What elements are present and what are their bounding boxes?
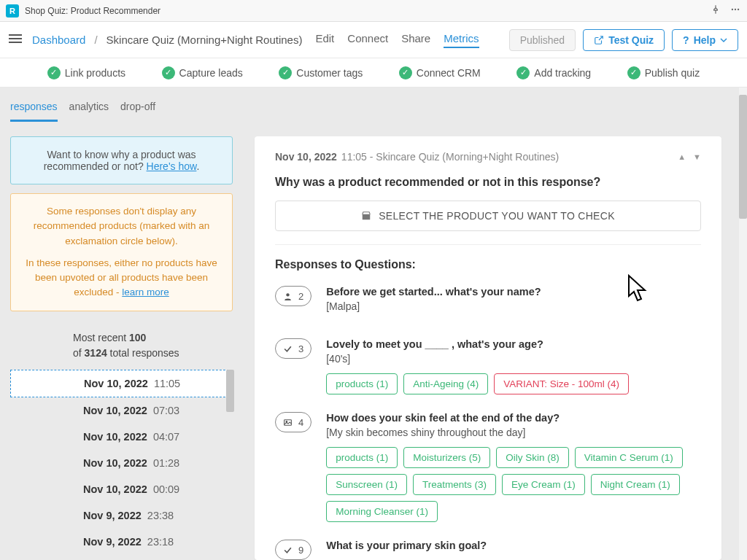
response-item[interactable]: Nov 10, 202204:07 xyxy=(10,424,233,450)
tag-row: products (1)Moisturizers (5)Oily Skin (8… xyxy=(326,447,701,522)
svg-point-0 xyxy=(732,9,733,10)
question-content: How does your skin feel at the end of th… xyxy=(326,412,701,522)
divider xyxy=(275,244,701,245)
question-type-icon xyxy=(283,418,293,427)
subtab-analytics[interactable]: analytics xyxy=(69,101,109,122)
topbar-links: EditConnectShareMetrics xyxy=(315,32,479,48)
checklist-item[interactable]: ✓Customer tags xyxy=(279,66,363,79)
detail-header-date: Nov 10, 2022 xyxy=(275,151,337,163)
response-time: 04:07 xyxy=(153,431,179,443)
checklist-label: Connect CRM xyxy=(417,67,481,79)
detail-header-rest: 11:05 - Skincare Quiz (Morning+Night Rou… xyxy=(341,151,559,163)
next-response-icon[interactable]: ▼ xyxy=(693,152,701,161)
tag[interactable]: Vitamin C Serum (1) xyxy=(575,447,683,468)
shop-icon xyxy=(361,211,371,221)
topbar-link-edit[interactable]: Edit xyxy=(315,32,334,48)
question-number: 4 xyxy=(298,417,303,428)
checklist-label: Link products xyxy=(65,67,125,79)
pin-icon[interactable] xyxy=(711,4,721,17)
tag[interactable]: VARIANT: Size - 100ml (4) xyxy=(494,373,629,394)
question-badge: 4 xyxy=(275,412,311,432)
question-text: Before we get started... what's your nam… xyxy=(326,286,701,298)
list-header: Most recent 100 of 3124 total responses xyxy=(10,324,233,370)
main-scrollbar-thumb[interactable] xyxy=(739,95,747,219)
tag[interactable]: Eye Cream (1) xyxy=(502,474,585,495)
question-content: Lovely to meet you ____ , what's your ag… xyxy=(326,338,701,394)
content: responsesanalyticsdrop-off Want to know … xyxy=(0,88,747,560)
response-item[interactable]: Nov 10, 202200:09 xyxy=(10,476,233,502)
tag[interactable]: products (1) xyxy=(326,373,398,394)
question-row: 4How does your skin feel at the end of t… xyxy=(275,412,701,522)
titlebar: R Shop Quiz: Product Recommender xyxy=(0,0,747,22)
detail-title: Why was a product recommended or not in … xyxy=(275,176,701,189)
response-time: 01:28 xyxy=(153,457,179,469)
question-text: What is your primary skin goal? xyxy=(326,540,701,551)
detail-header: Nov 10, 2022 11:05 - Skincare Quiz (Morn… xyxy=(275,151,701,163)
help-label: Help xyxy=(694,34,716,46)
list-scrollbar[interactable] xyxy=(226,370,234,412)
response-date: Nov 10, 2022 xyxy=(83,405,147,416)
check-icon: ✓ xyxy=(399,66,412,79)
info-orange-link[interactable]: learn more xyxy=(122,287,169,298)
hamburger-icon[interactable] xyxy=(9,34,22,46)
response-item[interactable]: Nov 10, 202201:28 xyxy=(10,450,233,476)
app-title: Shop Quiz: Product Recommender xyxy=(25,6,711,16)
question-badge: 3 xyxy=(275,338,311,359)
question-answer: [My skin becomes shiny throughout the da… xyxy=(326,427,701,438)
question-content: What is your primary skin goal? xyxy=(326,540,701,560)
info-box-blue: Want to know why a product was recommend… xyxy=(10,136,233,184)
response-date: Nov 10, 2022 xyxy=(84,378,148,389)
select-product-button[interactable]: SELECT THE PRODUCT YOU WANT TO CHECK xyxy=(275,201,701,231)
check-icon: ✓ xyxy=(47,66,61,79)
question-number: 9 xyxy=(298,545,303,556)
published-button[interactable]: Published xyxy=(509,29,576,51)
tag[interactable]: Moisturizers (5) xyxy=(403,447,490,468)
response-item[interactable]: Nov 10, 202207:03 xyxy=(10,397,233,424)
question-text: Lovely to meet you ____ , what's your ag… xyxy=(326,338,701,350)
checklist-label: Publish quiz xyxy=(645,67,700,79)
tag[interactable]: Oily Skin (8) xyxy=(496,447,569,468)
main-scrollbar-track[interactable] xyxy=(739,88,747,560)
subtab-responses[interactable]: responses xyxy=(10,101,58,122)
question-type-icon xyxy=(283,545,293,555)
prev-response-icon[interactable]: ▲ xyxy=(678,152,686,161)
question-text: How does your skin feel at the end of th… xyxy=(326,412,701,424)
response-date: Nov 9, 2022 xyxy=(83,536,142,548)
tag[interactable]: Morning Cleanser (1) xyxy=(326,501,438,522)
topbar-link-connect[interactable]: Connect xyxy=(347,32,388,48)
response-item[interactable]: Nov 9, 202223:38 xyxy=(10,502,233,529)
question-badge: 2 xyxy=(275,286,311,306)
test-quiz-button[interactable]: Test Quiz xyxy=(583,29,665,51)
more-icon[interactable] xyxy=(729,4,741,17)
question-icon: ? xyxy=(683,34,689,46)
tag[interactable]: Anti-Ageing (4) xyxy=(403,373,488,394)
tag[interactable]: Treatments (3) xyxy=(413,474,496,495)
help-button[interactable]: ? Help xyxy=(672,29,738,51)
subtab-drop-off[interactable]: drop-off xyxy=(120,101,155,122)
tag[interactable]: Night Cream (1) xyxy=(591,474,680,495)
tag[interactable]: Sunscreen (1) xyxy=(326,474,407,495)
checklist-item[interactable]: ✓Link products xyxy=(47,66,125,79)
info-blue-link[interactable]: Here's how xyxy=(147,160,197,172)
response-date: Nov 9, 2022 xyxy=(83,510,142,521)
response-item[interactable]: Nov 10, 202211:05 xyxy=(10,370,233,397)
topbar-link-metrics[interactable]: Metrics xyxy=(444,32,479,48)
breadcrumb-dashboard[interactable]: Dashboard xyxy=(32,34,85,46)
select-product-label: SELECT THE PRODUCT YOU WANT TO CHECK xyxy=(379,210,615,222)
checklist-item[interactable]: ✓Add tracking xyxy=(516,66,591,79)
response-time: 00:09 xyxy=(153,483,179,495)
topbar-link-share[interactable]: Share xyxy=(401,32,430,48)
response-time: 23:38 xyxy=(147,510,174,521)
question-number: 3 xyxy=(298,343,303,354)
chevron-down-icon xyxy=(720,36,727,44)
checklist-item[interactable]: ✓Connect CRM xyxy=(399,66,481,79)
response-time: 07:03 xyxy=(153,405,179,416)
subtabs: responsesanalyticsdrop-off xyxy=(0,88,747,122)
checklist-item[interactable]: ✓Publish quiz xyxy=(627,66,700,79)
breadcrumb: Dashboard / Skincare Quiz (Morning+Night… xyxy=(32,34,302,46)
tag[interactable]: products (1) xyxy=(326,447,398,468)
question-type-icon xyxy=(283,344,293,354)
response-item[interactable]: Nov 9, 202223:18 xyxy=(10,529,233,555)
checklist-item[interactable]: ✓Capture leads xyxy=(162,66,243,79)
topbar: Dashboard / Skincare Quiz (Morning+Night… xyxy=(0,22,747,58)
